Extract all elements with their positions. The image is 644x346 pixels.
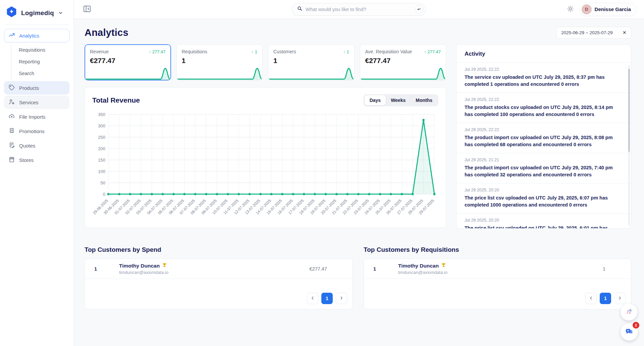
page-1-button[interactable]: 1 [600, 293, 611, 304]
activity-timestamp: Jul 29 2025, 20:20 [465, 188, 621, 192]
topbar: ↵ D Denisse Garcia [74, 0, 644, 19]
whats-new-button[interactable] [621, 304, 637, 321]
stat-value: 1 [182, 57, 258, 65]
stat-label: Requisitions [182, 49, 207, 54]
tab-days[interactable]: Days [365, 95, 386, 105]
pagination: 1 [364, 293, 631, 309]
svg-text:350: 350 [98, 112, 105, 117]
activity-scrollbar[interactable] [628, 65, 630, 226]
activity-scrollbar-thumb[interactable] [628, 69, 630, 152]
content-header: Analytics 2025-06-29 ~ 2025-07-29 × [85, 27, 631, 39]
activity-panel: Activity Jul 29 2025, 22:22The service c… [456, 44, 631, 229]
user-menu[interactable]: D Denisse Garcia [580, 3, 637, 16]
total-revenue-panel: Total Revenue DaysWeeksMonths 0501001502… [85, 87, 446, 228]
chat-widget-button[interactable]: 2 [621, 323, 638, 341]
settings-button[interactable] [567, 5, 574, 14]
avatar: D [582, 4, 592, 14]
search-submit-button[interactable]: ↵ [415, 5, 424, 14]
sidebar-item-file-imports[interactable]: File Imports [4, 110, 69, 123]
total-revenue-chart: 05010015020025030035029-06-202530-06-202… [92, 110, 438, 224]
stat-label: Customers [273, 49, 296, 54]
stat-card-requisitions[interactable]: Requisitions↑ 11 [176, 44, 263, 80]
sidebar-item-label: Quotes [19, 143, 35, 149]
sidebar-item-search[interactable]: Search [11, 67, 69, 79]
activity-message: The product import csv uploaded on UTC J… [465, 134, 621, 148]
stat-delta: ↑ 277.47 [149, 49, 166, 54]
customer-name-link[interactable]: Timothy Duncan [119, 263, 168, 269]
stat-value: 1 [273, 57, 349, 65]
customer-cell: Timothy Duncan timduncan@axiomdata.io [119, 263, 168, 275]
stat-label: Revenue [90, 49, 109, 54]
svg-text:100: 100 [98, 169, 105, 174]
table-card: 1Timothy Duncan timduncan@axiomdata.io€2… [85, 258, 353, 309]
rank-cell: 1 [373, 266, 398, 272]
trend-line-icon [8, 32, 15, 40]
sidebar-item-analytics[interactable]: Analytics [4, 29, 69, 42]
activity-item: Jul 29 2025, 22:22The product stocks csv… [457, 93, 631, 123]
activity-item: Jul 29 2025, 21:21The product import csv… [457, 153, 631, 183]
activity-message: The product import csv uploaded on UTC J… [465, 164, 621, 178]
customer-name-link[interactable]: Timothy Duncan [398, 263, 447, 269]
activity-item: Jul 29 2025, 22:22The service csv upload… [457, 63, 631, 93]
activity-timestamp: Jul 29 2025, 21:21 [465, 158, 621, 162]
sidebar-divider [5, 24, 69, 25]
sidebar-item-requisitions[interactable]: Requisitions [11, 44, 69, 56]
main-area: ↵ D Denisse Garcia [74, 0, 644, 346]
chart-period-tabs: DaysWeeksMonths [364, 94, 438, 106]
up-arrow-icon: ↑ [149, 49, 151, 54]
collapse-sidebar-button[interactable] [83, 4, 92, 14]
brand-name: Logimediq [21, 9, 54, 17]
date-range-value: 2025-06-29 ~ 2025-07-29 [561, 30, 613, 35]
prev-page-button[interactable] [307, 293, 318, 304]
stat-card-revenue[interactable]: Revenue↑ 277.47€277.47 [85, 44, 171, 80]
sidebar-item-label: Stores [19, 157, 34, 163]
prev-page-button[interactable] [585, 293, 597, 304]
tab-months[interactable]: Months [411, 95, 437, 105]
value-cell: 1 [603, 266, 622, 272]
stat-value: €277.47 [365, 57, 441, 65]
clear-date-range-button[interactable]: × [623, 31, 626, 35]
table-card: 1Timothy Duncan timduncan@axiomdata.io11 [364, 258, 631, 309]
page-1-button[interactable]: 1 [321, 293, 333, 304]
search-input[interactable] [306, 7, 415, 12]
stat-delta: ↑ 1 [252, 49, 257, 54]
activity-title: Activity [457, 45, 631, 63]
sidebar-item-services[interactable]: Services [4, 96, 69, 109]
activity-message: The price list csv uploaded on UTC July … [465, 225, 621, 229]
stat-value: €277.47 [90, 57, 166, 65]
table-top-customers-by-spend: Top Customers by Spend1Timothy Duncan ti… [85, 246, 353, 309]
chat-bubbles-icon [624, 327, 634, 338]
next-page-button[interactable] [336, 293, 347, 304]
chevron-right-icon [339, 295, 344, 302]
sidebar-item-stores[interactable]: Stores [4, 153, 69, 167]
trophy-icon [441, 263, 446, 269]
activity-item: Jul 29 2025, 20:20The price list csv upl… [457, 214, 631, 229]
sidebar-item-promotions[interactable]: Promotions [4, 124, 69, 138]
sidebar-item-label: Analytics [19, 33, 39, 39]
app-root: Logimediq AnalyticsRequisitionsReporting… [0, 0, 644, 346]
sidebar-subnav: RequisitionsReportingSearch [11, 43, 69, 80]
sidebar-item-label: Services [19, 100, 39, 105]
sidebar-item-quotes[interactable]: Quotes [4, 139, 69, 152]
activity-timestamp: Jul 29 2025, 22:22 [465, 127, 621, 132]
pagination: 1 [85, 293, 353, 309]
chat-unread-badge: 2 [633, 322, 639, 329]
tag-icon [8, 84, 15, 92]
customer-email: timduncan@axiomdata.io [119, 270, 168, 275]
tab-weeks[interactable]: Weeks [386, 95, 411, 105]
next-page-button[interactable] [614, 293, 626, 304]
up-arrow-icon: ↑ [252, 49, 254, 54]
gear-icon [567, 5, 574, 14]
stat-delta: ↑ 1 [343, 49, 349, 54]
sidebar-item-reporting[interactable]: Reporting [11, 56, 69, 67]
activity-item: Jul 29 2025, 22:22The product import csv… [457, 123, 631, 153]
stat-card-customers[interactable]: Customers↑ 11 [268, 44, 355, 80]
svg-text:300: 300 [98, 123, 105, 128]
activity-message: The service csv uploaded on UTC July 29,… [465, 74, 621, 88]
brand[interactable]: Logimediq [4, 3, 69, 24]
stat-card-ave-requisition-value[interactable]: Ave. Requisition Value↑ 277.47€277.47 [360, 44, 446, 80]
sidebar-item-products[interactable]: Products [4, 81, 69, 95]
date-range-filter[interactable]: 2025-06-29 ~ 2025-07-29 × [556, 27, 631, 39]
enter-key-icon: ↵ [418, 7, 421, 12]
content: Analytics 2025-06-29 ~ 2025-07-29 × Reve… [74, 19, 644, 346]
